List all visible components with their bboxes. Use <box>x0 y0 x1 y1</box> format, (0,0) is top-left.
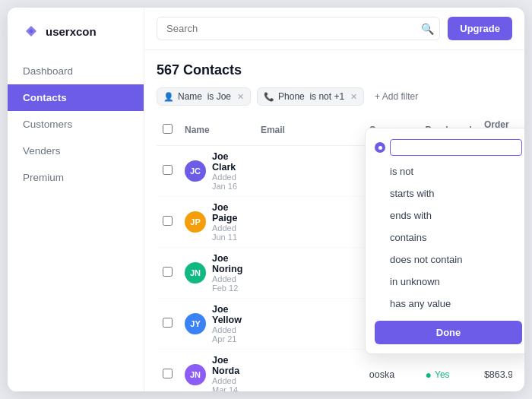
company-cell-4: ooska <box>363 350 420 392</box>
email-cell-2 <box>255 248 363 299</box>
name-cell-1: JP Joe Paige Added Jun 11 <box>185 202 249 242</box>
yes-badge-4: ●Yes <box>426 369 450 381</box>
dropdown-option-is-not[interactable]: is not <box>366 160 524 182</box>
email-cell-4 <box>255 350 363 392</box>
name-filter-remove[interactable]: ✕ <box>237 92 244 102</box>
row-checkbox-4[interactable] <box>163 369 173 378</box>
row-checkbox-1[interactable] <box>163 216 173 226</box>
dropdown-option-has-any-value[interactable]: has any value <box>366 293 524 315</box>
phone-filter-remove[interactable]: ✕ <box>350 92 357 102</box>
done-button[interactable]: Done <box>375 321 522 344</box>
contact-name-1: Joe Paige <box>212 202 249 223</box>
row-checkbox-3[interactable] <box>163 318 173 328</box>
sidebar: userxcon DashboardContactsCustomersVende… <box>8 8 144 391</box>
col-name: Name <box>179 115 255 146</box>
sidebar-item-premium[interactable]: Premium <box>8 164 144 191</box>
dropdown-option-contains[interactable]: contains <box>366 226 524 249</box>
name-cell-0: JC Joe Clark Added Jan 16 <box>185 151 249 191</box>
logo-icon <box>23 23 40 40</box>
contact-date-1: Added Jun 11 <box>212 223 249 242</box>
contact-date-0: Added Jan 16 <box>212 173 249 191</box>
contact-name-2: Joe Noring <box>212 253 249 274</box>
order-value-cell-4: $863.99 <box>478 350 512 392</box>
topbar: 🔍 Upgrade <box>144 8 524 50</box>
sidebar-item-customers[interactable]: Customers <box>8 111 144 138</box>
dropdown-options: is notstarts withends withcontainsdoes n… <box>366 160 524 315</box>
sidebar-item-contacts[interactable]: Contacts <box>8 84 144 111</box>
dropdown-option-starts-with[interactable]: starts with <box>366 182 524 204</box>
contact-name-4: Joe Norda <box>212 355 249 376</box>
main-area: 🔍 Upgrade 567 Contacts 👤 Name is Joe ✕ 📞… <box>144 8 524 391</box>
app-container: userxcon DashboardContactsCustomersVende… <box>8 8 524 391</box>
filters-row: 👤 Name is Joe ✕ 📞 Phone is not +1 ✕ + Ad… <box>157 87 512 106</box>
row-checkbox-2[interactable] <box>163 267 173 277</box>
nav-items: DashboardContactsCustomersVendersPremium <box>8 58 144 191</box>
add-filter-button[interactable]: + Add filter <box>370 88 423 105</box>
person-icon: 👤 <box>163 92 174 102</box>
dropdown-option-does-not-contain[interactable]: does not contain <box>366 249 524 271</box>
avatar-0: JC <box>185 160 206 182</box>
row-checkbox-0[interactable] <box>163 165 173 175</box>
avatar-4: JN <box>185 364 206 385</box>
dropdown-option-in-unknown[interactable]: in unknown <box>366 271 524 293</box>
purchased-cell-4: ●Yes <box>420 350 478 392</box>
email-cell-0 <box>255 146 363 197</box>
contact-date-4: Added Mar 14 <box>212 376 249 391</box>
name-cell-3: JY Joe Yellow Added Apr 21 <box>185 304 249 344</box>
page-title: 567 Contacts <box>157 62 512 78</box>
radio-is-selected[interactable] <box>375 142 385 153</box>
name-cell-4: JN Joe Norda Added Mar 14 <box>185 355 249 391</box>
name-cell-2: JN Joe Noring Added Feb 12 <box>185 253 249 293</box>
contact-date-3: Added Apr 21 <box>212 325 249 344</box>
logo-area: userxcon <box>8 23 144 58</box>
contact-name-0: Joe Clark <box>212 151 249 173</box>
name-filter-chip[interactable]: 👤 Name is Joe ✕ <box>157 87 251 106</box>
col-email: Email <box>255 115 363 146</box>
avatar-3: JY <box>185 313 206 334</box>
phone-filter-label: Phone is not +1 <box>278 91 344 102</box>
search-input[interactable] <box>157 17 440 40</box>
contact-name-3: Joe Yellow <box>212 304 249 325</box>
logo-text: userxcon <box>46 25 97 38</box>
phone-filter-chip[interactable]: 📞 Phone is not +1 ✕ <box>257 87 364 106</box>
filter-dropdown: is notstarts withends withcontainsdoes n… <box>365 128 524 354</box>
name-filter-label: Name is Joe <box>178 91 231 102</box>
content-area: 567 Contacts 👤 Name is Joe ✕ 📞 Phone is … <box>144 50 524 391</box>
avatar-1: JP <box>185 211 206 233</box>
contact-date-2: Added Feb 12 <box>212 274 249 293</box>
dropdown-search-input[interactable] <box>390 139 522 156</box>
upgrade-button[interactable]: Upgrade <box>448 17 512 40</box>
sidebar-item-venders[interactable]: Venders <box>8 138 144 164</box>
phone-icon: 📞 <box>264 92 274 102</box>
search-wrap: 🔍 <box>157 17 440 40</box>
select-all-checkbox[interactable] <box>163 124 173 134</box>
dropdown-header <box>366 135 524 160</box>
dropdown-option-ends-with[interactable]: ends with <box>366 204 524 226</box>
email-cell-1 <box>255 197 363 248</box>
table-row: JN Joe Norda Added Mar 14 ooska ●Yes $86… <box>157 350 512 392</box>
search-icon-btn[interactable]: 🔍 <box>421 23 434 35</box>
sidebar-item-dashboard[interactable]: Dashboard <box>8 58 144 84</box>
avatar-2: JN <box>185 262 206 283</box>
email-cell-3 <box>255 299 363 350</box>
